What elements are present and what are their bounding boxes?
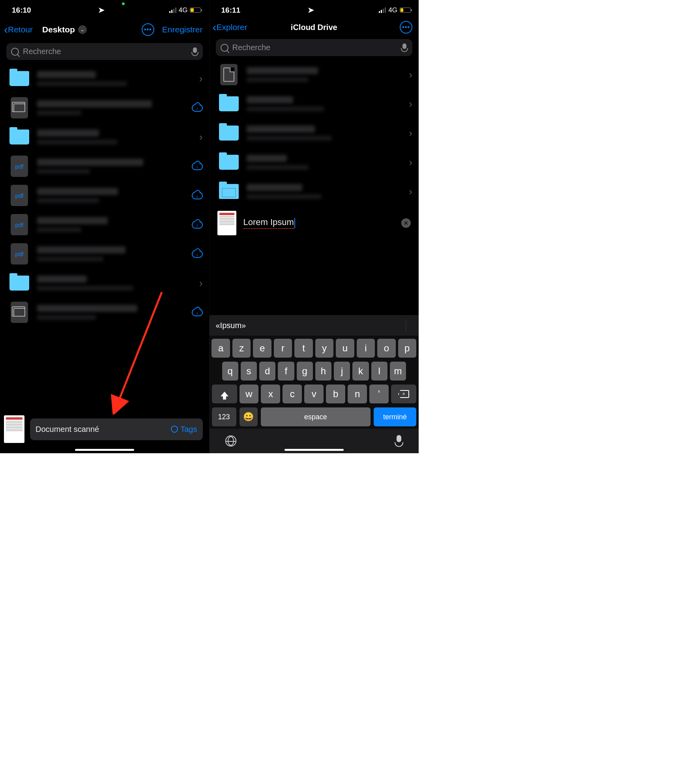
screenshot-right: 16:11 ➤ 4G ‹ Explorer iCloud Drive ••• R… [210, 0, 419, 453]
camera-indicator [122, 2, 125, 5]
text-cursor [294, 218, 295, 228]
key-w[interactable]: w [240, 385, 259, 403]
back-button[interactable]: ‹ Retour [4, 24, 33, 36]
key-u[interactable]: u [336, 339, 354, 358]
list-item[interactable]: › [210, 148, 419, 177]
list-item[interactable]: pdf [0, 239, 209, 268]
numbers-key[interactable]: 123 [212, 407, 236, 426]
search-bar[interactable]: Recherche [216, 39, 413, 56]
key-l[interactable]: l [371, 362, 387, 381]
list-item[interactable]: pdf [0, 210, 209, 239]
list-item[interactable] [0, 93, 209, 122]
cloud-download-icon[interactable] [192, 308, 203, 316]
file-list: ››››› [210, 60, 419, 206]
folder-icon [9, 68, 30, 89]
key-t[interactable]: t [294, 339, 313, 358]
search-bar[interactable]: Recherche [6, 43, 203, 60]
home-indicator[interactable] [75, 449, 134, 451]
list-item[interactable]: › [210, 60, 419, 89]
filename-input[interactable]: Document scanné Tags [30, 418, 203, 440]
nav-title[interactable]: Desktop ⌄ [42, 25, 87, 34]
key-x[interactable]: x [261, 385, 280, 403]
dictation-icon[interactable] [395, 435, 403, 447]
space-key[interactable]: espace [261, 407, 371, 426]
key-z[interactable]: z [232, 339, 251, 358]
key-p[interactable]: p [398, 339, 416, 358]
tag-icon [171, 426, 178, 433]
delete-key[interactable]: × [391, 385, 416, 403]
key-s[interactable]: s [241, 362, 257, 381]
stack-icon [9, 97, 30, 118]
network-label: 4G [179, 6, 188, 14]
home-indicator[interactable] [284, 449, 344, 451]
key-n[interactable]: n [348, 385, 367, 403]
folder-icon [218, 152, 240, 173]
cloud-download-icon[interactable] [192, 191, 203, 199]
key-'[interactable]: ' [369, 385, 389, 403]
key-h[interactable]: h [315, 362, 331, 381]
search-icon [11, 48, 19, 56]
chevron-right-icon: › [409, 127, 412, 139]
more-button[interactable]: ••• [142, 23, 154, 36]
status-time: 16:11 [221, 6, 241, 15]
key-b[interactable]: b [326, 385, 345, 403]
tags-button[interactable]: Tags [171, 425, 197, 434]
shift-key[interactable] [212, 385, 237, 403]
keyboard: «Ipsum» azertyuiop qsdfghjklm wxcvbn' × … [210, 315, 419, 453]
list-item[interactable]: pdf [0, 152, 209, 181]
status-bar: 16:10 ➤ 4G [0, 0, 209, 17]
more-button[interactable]: ••• [400, 21, 412, 34]
back-button[interactable]: ‹ Explorer [213, 21, 247, 33]
emoji-key[interactable]: 😀 [240, 407, 258, 426]
list-item[interactable]: › [0, 64, 209, 93]
globe-icon[interactable] [225, 435, 236, 447]
key-e[interactable]: e [253, 339, 271, 358]
shift-icon [221, 392, 228, 396]
cloud-download-icon[interactable] [192, 221, 203, 229]
status-time: 16:10 [12, 6, 31, 15]
clear-button[interactable]: ✕ [401, 218, 411, 228]
document-thumbnail[interactable] [4, 415, 24, 443]
list-item[interactable]: › [0, 122, 209, 152]
chevron-left-icon: ‹ [4, 24, 8, 36]
cloud-download-icon[interactable] [192, 162, 203, 170]
key-v[interactable]: v [304, 385, 324, 403]
search-placeholder: Recherche [232, 43, 398, 52]
back-label: Explorer [217, 23, 247, 32]
rename-row: Lorem Ipsum ✕ [210, 206, 419, 240]
list-item[interactable] [0, 298, 209, 327]
key-a[interactable]: a [211, 339, 230, 358]
key-y[interactable]: y [315, 339, 333, 358]
key-c[interactable]: c [283, 385, 302, 403]
done-key[interactable]: terminé [374, 407, 416, 426]
screenshot-left: 16:10 ➤ 4G ‹ Retour Desktop ⌄ ••• Enregi… [0, 0, 210, 453]
prediction-bar[interactable]: «Ipsum» [210, 315, 419, 336]
file-list: ››pdfpdfpdfpdf› [0, 64, 209, 327]
nav-bar: ‹ Retour Desktop ⌄ ••• Enregistrer [0, 17, 209, 41]
key-o[interactable]: o [377, 339, 395, 358]
list-item[interactable]: pdf [0, 181, 209, 210]
folder-icon [218, 93, 240, 114]
list-item[interactable]: › [210, 118, 419, 148]
key-k[interactable]: k [352, 362, 369, 381]
key-q[interactable]: q [222, 362, 238, 381]
cloud-download-icon[interactable] [192, 104, 203, 112]
key-m[interactable]: m [390, 362, 406, 381]
key-g[interactable]: g [297, 362, 313, 381]
key-j[interactable]: j [334, 362, 350, 381]
document-thumbnail[interactable] [217, 211, 236, 235]
nav-bar: ‹ Explorer iCloud Drive ••• [210, 17, 419, 37]
key-f[interactable]: f [278, 362, 294, 381]
mic-icon[interactable] [192, 47, 198, 56]
key-i[interactable]: i [357, 339, 375, 358]
rename-input[interactable]: Lorem Ipsum [243, 217, 395, 229]
save-button[interactable]: Enregistrer [162, 25, 203, 34]
mic-icon[interactable] [401, 43, 408, 52]
list-item[interactable]: › [0, 268, 209, 298]
list-item[interactable]: › [210, 89, 419, 118]
cloud-download-icon[interactable] [192, 250, 203, 258]
location-icon: ➤ [98, 6, 105, 15]
list-item[interactable]: › [210, 177, 419, 206]
key-r[interactable]: r [274, 339, 292, 358]
key-d[interactable]: d [259, 362, 275, 381]
